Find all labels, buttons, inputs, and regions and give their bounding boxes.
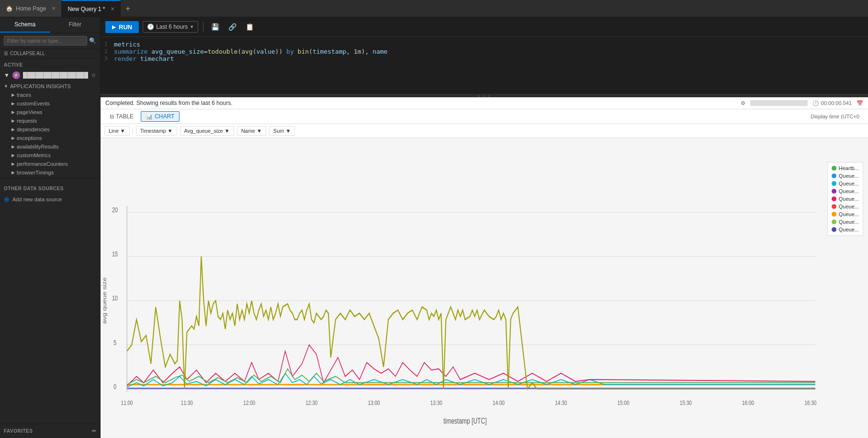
favorites-edit-icon[interactable]: ✏ <box>92 428 96 434</box>
toolbar: ▶ RUN 🕐 Last 6 hours ▼ 💾 🔗 📋 <box>101 17 868 37</box>
editor-area[interactable]: 1 metrics 2 summarize avg_queue_size=tod… <box>101 37 868 94</box>
tree-item-traces[interactable]: ▶ traces <box>0 91 100 99</box>
svg-text:10: 10 <box>112 294 118 302</box>
tab-schema[interactable]: Schema <box>0 17 50 33</box>
legend-item-6: Queue... <box>832 211 859 217</box>
search-input[interactable] <box>4 36 87 46</box>
line-label: Line <box>109 128 119 134</box>
svg-text:timestamp [UTC]: timestamp [UTC] <box>443 417 486 426</box>
sidebar: Schema Filter 🔍 ☰ COLLAPSE ALL ACTIVE ▼ … <box>0 17 101 438</box>
favorite-star[interactable]: ☆ <box>91 72 96 79</box>
svg-text:13:30: 13:30 <box>430 399 442 406</box>
svg-text:avg queue size: avg queue size <box>101 277 108 324</box>
filter-name[interactable]: Name ▼ <box>237 126 266 136</box>
perf-label: performanceCounters <box>17 161 68 167</box>
clock-result-icon: 🕐 <box>812 100 819 106</box>
name-label: Name <box>241 128 255 134</box>
editor-line-1: 2 summarize avg_queue_size=todouble(avg(… <box>104 48 860 55</box>
filter-bar: Line ▼ Timestamp ▼ Avg_queue_size ▼ Name… <box>101 124 868 138</box>
legend-item-1: Queue... <box>832 173 859 179</box>
filter-sum[interactable]: Sum ▼ <box>269 126 295 136</box>
legend-item-3: Queue... <box>832 188 859 194</box>
kw-by: by <box>286 48 297 55</box>
legend-label-8: Queue... <box>839 227 859 232</box>
share-button[interactable]: 📋 <box>243 20 256 34</box>
paren1: ( <box>237 48 241 55</box>
svg-text:16:00: 16:00 <box>742 399 754 406</box>
comma-sep: , 1m), <box>346 48 372 55</box>
legend-dot-0 <box>832 166 836 171</box>
add-tab-button[interactable]: + <box>121 0 135 17</box>
legend-dot-7 <box>832 219 836 224</box>
app-insights-label: APPLICATION INSIGHTS <box>10 83 71 89</box>
table-icon: ⊟ <box>110 114 114 120</box>
tree-item-availabilityresults[interactable]: ▶ availabilityResults <box>0 142 100 151</box>
link-button[interactable]: 🔗 <box>225 20 239 34</box>
legend-label-6: Queue... <box>839 211 859 217</box>
tab-filter[interactable]: Filter <box>50 17 101 33</box>
eq-sign: = <box>204 48 208 55</box>
tab-chart[interactable]: 📊 CHART <box>141 111 180 122</box>
editor-table-line: 1 metrics <box>104 41 860 48</box>
tree-item-dependencies[interactable]: ▶ dependencies <box>0 125 100 134</box>
tree-item-customevents[interactable]: ▶ customEvents <box>0 99 100 108</box>
add-source-icon: ⊕ <box>4 196 10 203</box>
svg-text:11:00: 11:00 <box>121 399 133 406</box>
active-source-item[interactable]: ▼ ⚡ ████████████████ ☆ <box>0 69 100 81</box>
tree-item-exceptions[interactable]: ▶ exceptions <box>0 134 100 142</box>
search-icon: 🔍 <box>89 37 96 44</box>
app-insights-header[interactable]: ▼ APPLICATION INSIGHTS <box>0 82 100 91</box>
tab-query[interactable]: New Query 1 * ✕ <box>62 0 121 17</box>
filter-line[interactable]: Line ▼ <box>104 126 130 136</box>
legend-dot-5 <box>832 204 836 209</box>
sum-label: Sum <box>273 128 284 134</box>
line-num-2: 2 <box>104 48 114 55</box>
svg-text:16:30: 16:30 <box>804 399 816 406</box>
filter-icon: ⚙ <box>741 100 745 106</box>
sum-chevron: ▼ <box>285 128 291 134</box>
run-label: RUN <box>119 23 132 31</box>
clock-icon: 🕐 <box>147 23 154 30</box>
tree-item-requests[interactable]: ▶ requests <box>0 116 100 125</box>
custommetrics-chevron: ▶ <box>11 153 15 158</box>
svg-text:14:00: 14:00 <box>493 399 505 406</box>
editor-line-2: 3 render timechart <box>104 55 860 62</box>
add-source-button[interactable]: ⊕ Add new data source <box>0 193 100 206</box>
kw-var: avg_queue_size <box>151 48 204 55</box>
display-time: Display time (UTC+0 <box>806 114 864 119</box>
legend-dot-1 <box>832 173 836 178</box>
filter-avgqueue[interactable]: Avg_queue_size ▼ <box>180 126 234 136</box>
traces-chevron: ▶ <box>11 92 15 97</box>
query-tab-close[interactable]: ✕ <box>111 6 114 12</box>
paren4: ( <box>309 48 313 55</box>
legend-item-5: Queue... <box>832 204 859 209</box>
save-button[interactable]: 💾 <box>208 20 222 34</box>
legend-label-4: Queue... <box>839 196 859 202</box>
tab-home[interactable]: 🏠 Home Page ✕ <box>0 0 62 17</box>
tree-item-browsertimings[interactable]: ▶ browserTimings <box>0 168 100 177</box>
legend-dot-4 <box>832 196 836 201</box>
query-tab-label: New Query 1 * <box>68 6 105 12</box>
tab-table[interactable]: ⊟ TABLE <box>104 111 139 122</box>
collapse-all-button[interactable]: ☰ COLLAPSE ALL <box>0 49 100 58</box>
kw-render: render <box>114 55 140 62</box>
tree-item-custommetrics[interactable]: ▶ customMetrics <box>0 151 100 160</box>
legend-dot-2 <box>832 181 836 186</box>
pageviews-label: pageViews <box>17 109 43 115</box>
tree-item-performancecounters[interactable]: ▶ performanceCounters <box>0 160 100 168</box>
filter-timestamp[interactable]: Timestamp ▼ <box>136 126 177 136</box>
run-button[interactable]: ▶ RUN <box>105 21 139 33</box>
tree-item-pageviews[interactable]: ▶ pageViews <box>0 108 100 116</box>
time-selector[interactable]: 🕐 Last 6 hours ▼ <box>143 21 198 33</box>
traces-label: traces <box>17 92 31 98</box>
requests-label: requests <box>17 118 37 124</box>
home-tab-close[interactable]: ✕ <box>52 6 56 11</box>
exceptions-chevron: ▶ <box>11 136 15 140</box>
tab-bar: 🏠 Home Page ✕ New Query 1 * ✕ + <box>0 0 868 17</box>
favorites-label: FAVORITES <box>4 428 33 434</box>
svg-text:11:30: 11:30 <box>181 399 193 406</box>
avgqueue-label: Avg_queue_size <box>184 128 223 134</box>
svg-text:15:30: 15:30 <box>680 399 692 406</box>
filter-sep-1 <box>133 127 133 135</box>
svg-text:15:00: 15:00 <box>618 399 630 406</box>
